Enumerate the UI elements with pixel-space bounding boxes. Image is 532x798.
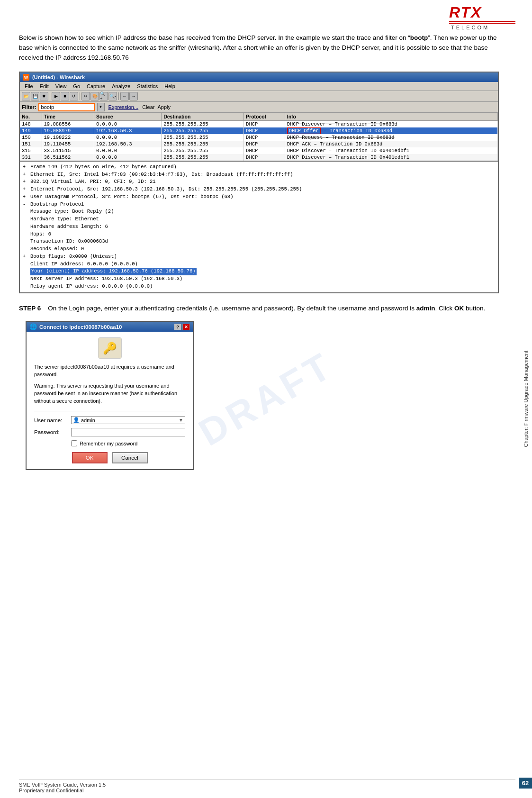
menu-help[interactable]: Help — [162, 83, 178, 90]
detail-line: +User Datagram Protocol, Src Port: bootp… — [23, 193, 495, 201]
toolbar-open[interactable]: 📂 — [22, 92, 30, 100]
toolbar-back[interactable]: ← — [120, 92, 129, 100]
menu-capture[interactable]: Capture — [84, 83, 108, 90]
expand-icon[interactable]: + — [23, 193, 28, 200]
table-row[interactable]: 33136.5115620.0.0.0255.255.255.255DHCPDH… — [20, 154, 498, 161]
login-buttons: OK Cancel — [34, 452, 185, 463]
table-header-row: No. Time Source Destination Protocol Inf… — [20, 113, 498, 121]
detail-text: Frame 149 (412 bytes on wire, 412 bytes … — [30, 163, 177, 171]
detail-line: Hops: 0 — [23, 231, 495, 238]
login-help-btn[interactable]: ? — [174, 324, 181, 330]
expand-icon[interactable]: + — [23, 163, 28, 171]
detail-text: Hardware address length: 6 — [30, 223, 108, 231]
remember-checkbox[interactable] — [71, 440, 77, 446]
table-row[interactable]: 31533.5115150.0.0.0255.255.255.255DHCPDH… — [20, 147, 498, 154]
detail-line: +Ethernet II, Src: Intel_b4:f7:83 (00:02… — [23, 171, 495, 179]
login-fields: User name: 👤 ▼ Password: Remember my pas… — [34, 411, 185, 463]
username-input-wrapper: 👤 ▼ — [71, 416, 185, 424]
detail-text: Relay agent IP address: 0.0.0.0 (0.0.0.0… — [30, 283, 153, 290]
password-label: Password: — [34, 429, 67, 435]
detail-text: Next server IP address: 192.168.50.3 (19… — [30, 275, 182, 283]
detail-line: + Bootp flags: 0x0000 (Unicast) — [23, 253, 495, 261]
toolbar-forward[interactable]: → — [129, 92, 138, 100]
detail-text: Message type: Boot Reply (2) — [30, 208, 114, 216]
detail-line: +Internet Protocol, Src: 192.168.50.3 (1… — [23, 186, 495, 193]
filter-apply[interactable]: Apply — [157, 104, 171, 110]
expand-icon[interactable]: + — [23, 186, 28, 193]
table-row[interactable]: 14819.0885560.0.0.0255.255.255.255DHCPDH… — [20, 120, 498, 127]
detail-line: +Frame 149 (412 bytes on wire, 412 bytes… — [23, 163, 495, 171]
username-label: User name: — [34, 417, 67, 423]
login-ok-button[interactable]: OK — [72, 452, 108, 463]
toolbar-zoom-out[interactable]: 🔍- — [108, 92, 117, 100]
detail-line: Hardware address length: 6 — [23, 223, 495, 231]
footer-content: SME VoIP System Guide, Version 1.5 Propr… — [19, 782, 106, 793]
toolbar-close[interactable]: ✖ — [40, 92, 48, 100]
key-icon: 🔑 — [98, 337, 122, 359]
login-dialog-title: Connect to ipdect00087b00aa10 — [39, 324, 122, 330]
wireshark-toolbar: 📂 💾 ✖ ▶ ■ ↺ ✂ 🎨 🔍+ 🔍- ← → — [20, 91, 498, 102]
login-close-btn[interactable]: ✕ — [182, 324, 190, 330]
login-cancel-button[interactable]: Cancel — [112, 452, 148, 463]
filter-expression[interactable]: Expression... — [108, 104, 139, 110]
table-row[interactable]: 14919.088979192.168.50.3255.255.255.255D… — [20, 127, 498, 134]
menu-file[interactable]: File — [22, 83, 36, 90]
filter-dropdown[interactable]: ▼ — [97, 103, 105, 111]
detail-text: Transaction ID: 0x0000683d — [30, 238, 108, 245]
username-dropdown[interactable]: ▼ — [179, 417, 183, 423]
detail-text: Client IP address: 0.0.0.0 (0.0.0.0) — [30, 261, 138, 268]
toolbar-start[interactable]: ▶ — [52, 92, 60, 100]
detail-text: Hardware type: Ethernet — [30, 216, 99, 223]
step6-label: STEP 6 — [19, 305, 46, 312]
toolbar-restart[interactable]: ↺ — [70, 92, 78, 100]
menu-go[interactable]: Go — [70, 83, 83, 90]
footer-line1: SME VoIP System Guide, Version 1.5 — [19, 782, 106, 788]
filter-clear[interactable]: Clear — [142, 104, 154, 110]
intro-paragraph: Below is shown how to see which IP addre… — [19, 33, 499, 63]
detail-line: Your (client) IP address: 192.168.50.76 … — [23, 268, 495, 275]
password-input[interactable] — [71, 428, 185, 436]
expand-icon[interactable]: + — [23, 178, 28, 185]
detail-line: Message type: Boot Reply (2) — [23, 208, 495, 216]
login-body: 🔑 The server ipdect00087b00aa10 at requi… — [27, 332, 193, 469]
detail-text: Ethernet II, Src: Intel_b4:f7:83 (00:02:… — [30, 171, 293, 179]
menu-edit[interactable]: Edit — [37, 83, 52, 90]
menu-statistics[interactable]: Statistics — [134, 83, 161, 90]
detail-text: Hops: 0 — [30, 231, 51, 238]
col-time: Time — [42, 113, 94, 121]
expand-icon[interactable]: + — [23, 253, 28, 260]
filter-input[interactable] — [38, 103, 95, 111]
login-dialog: 🌐 Connect to ipdect00087b00aa10 ? ✕ 🔑 Th… — [26, 321, 194, 470]
table-row[interactable]: 15119.110455192.168.50.3255.255.255.255D… — [20, 141, 498, 147]
toolbar-filter[interactable]: ✂ — [81, 92, 90, 100]
step6-section: STEP 6 On the Login page, enter your aut… — [19, 304, 499, 314]
col-no: No. — [20, 113, 42, 121]
col-dest: Destination — [162, 113, 244, 121]
col-protocol: Protocol — [244, 113, 285, 121]
detail-text: Seconds elapsed: 0 — [30, 245, 84, 253]
packet-table: No. Time Source Destination Protocol Inf… — [20, 113, 498, 161]
expand-icon[interactable]: - — [23, 201, 28, 208]
username-row: User name: 👤 ▼ — [34, 416, 185, 424]
logo-telecom: TELECOM — [451, 25, 515, 30]
col-info: Info — [285, 113, 497, 121]
menu-view[interactable]: View — [53, 83, 70, 90]
toolbar-zoom-in[interactable]: 🔍+ — [99, 92, 108, 100]
wireshark-title: (Untitled) - Wireshark — [32, 74, 85, 80]
menu-analyze[interactable]: Analyze — [109, 83, 133, 90]
page-footer: SME VoIP System Guide, Version 1.5 Propr… — [19, 779, 515, 793]
toolbar-stop[interactable]: ■ — [61, 92, 69, 100]
detail-line: Relay agent IP address: 0.0.0.0 (0.0.0.0… — [23, 283, 495, 290]
toolbar-save[interactable]: 💾 — [31, 92, 39, 100]
username-input[interactable] — [81, 417, 177, 423]
expand-icon[interactable]: + — [23, 171, 28, 178]
table-row[interactable]: 15019.1082220.0.0.0255.255.255.255DHCPDH… — [20, 134, 498, 141]
detail-line: +802.1Q Virtual LAN, PRI: 0, CFI: 0, ID:… — [23, 178, 495, 186]
detail-line: Seconds elapsed: 0 — [23, 245, 495, 253]
logo-area: RTX TELECOM — [449, 5, 515, 31]
login-titlebar-icon: 🌐 — [29, 323, 37, 330]
detail-line: Transaction ID: 0x0000683d — [23, 238, 495, 245]
wireshark-app-icon: W — [23, 74, 29, 81]
login-titlebar: 🌐 Connect to ipdect00087b00aa10 ? ✕ — [27, 322, 193, 332]
toolbar-color[interactable]: 🎨 — [90, 92, 99, 100]
